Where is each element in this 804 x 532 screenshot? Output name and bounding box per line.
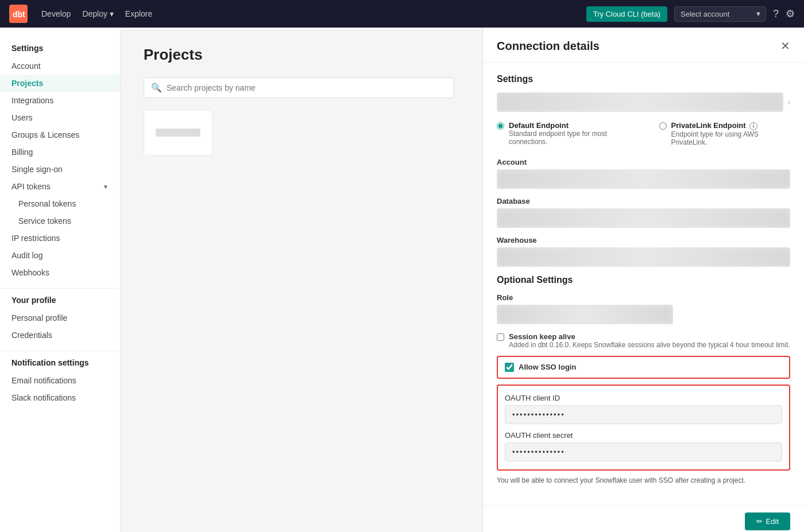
default-endpoint-desc: Standard endpoint type for most connecti… <box>509 130 641 146</box>
edit-icon: ✏ <box>756 517 763 526</box>
sidebar-item-webhooks[interactable]: Webhooks <box>0 264 120 281</box>
role-field-label: Role <box>497 293 790 302</box>
sidebar-item-integrations[interactable]: Integrations <box>0 92 120 109</box>
oauth-client-secret-input[interactable] <box>505 442 782 461</box>
project-card[interactable] <box>144 110 212 156</box>
account-field-wrapper: Account <box>497 158 790 189</box>
database-field-blur <box>497 208 790 228</box>
sidebar-item-ip-restrictions[interactable]: IP restrictions <box>0 230 120 247</box>
svg-text:dbt: dbt <box>13 10 25 19</box>
endpoint-row: Default Endpoint Standard endpoint type … <box>497 121 790 146</box>
sidebar: Settings Account Projects Integrations U… <box>0 28 121 532</box>
search-icon: 🔍 <box>151 83 162 93</box>
topnav-right: Try Cloud CLI (beta) Select account ▼ ? … <box>586 6 795 22</box>
warehouse-field-label: Warehouse <box>497 236 790 244</box>
sso-box: Allow SSO login <box>497 356 790 379</box>
sidebar-item-billing[interactable]: Billing <box>0 143 120 161</box>
session-keepalive-desc: Added in dbt 0.16.0. Keeps Snowflake ses… <box>509 341 790 349</box>
default-endpoint-label: Default Endpoint <box>509 121 641 130</box>
oauth-box: OAUTH client ID OAUTH client secret <box>497 385 790 471</box>
nav-deploy[interactable]: Deploy ▾ <box>82 9 113 18</box>
oauth-client-id-input[interactable] <box>505 405 782 424</box>
nav-develop[interactable]: Develop <box>41 9 71 18</box>
account-select[interactable]: Select account <box>674 6 766 22</box>
help-icon[interactable]: ? <box>773 8 779 20</box>
private-endpoint-desc: Endpoint type for using AWS PrivateLink. <box>671 130 790 146</box>
settings-section-title: Settings <box>0 44 120 57</box>
drawer-close-button[interactable]: ✕ <box>780 39 790 53</box>
sso-note: You will be able to connect your Snowfla… <box>497 476 790 484</box>
sidebar-divider-1 <box>0 288 120 289</box>
sidebar-item-email-notifications[interactable]: Email notifications <box>0 372 120 389</box>
role-field-wrapper: Role <box>497 293 790 324</box>
drawer-body: Settings › Default Endpoint Standard end… <box>483 63 804 505</box>
edit-button-label: Edit <box>766 517 779 526</box>
sidebar-item-groups[interactable]: Groups & Licenses <box>0 126 120 143</box>
sidebar-item-slack-notifications[interactable]: Slack notifications <box>0 389 120 406</box>
sidebar-item-users[interactable]: Users <box>0 109 120 126</box>
default-endpoint-radio[interactable] <box>497 122 504 130</box>
account-field-blur <box>497 169 790 189</box>
role-field-blur <box>497 305 673 324</box>
session-keepalive-label: Session keep alive <box>509 332 790 341</box>
private-endpoint-label: PrivateLink Endpoint i <box>671 121 790 130</box>
sidebar-divider-2 <box>0 351 120 351</box>
logo[interactable]: dbt <box>9 5 28 23</box>
allow-sso-label[interactable]: Allow SSO login <box>519 363 576 371</box>
oauth-client-id-label: OAUTH client ID <box>505 394 782 402</box>
try-cloud-button[interactable]: Try Cloud CLI (beta) <box>586 6 667 22</box>
nav-explore[interactable]: Explore <box>125 9 152 18</box>
sidebar-item-api-tokens[interactable]: API tokens ▼ <box>0 178 120 195</box>
session-keepalive-checkbox[interactable] <box>497 333 504 341</box>
allow-sso-row[interactable]: Allow SSO login <box>505 363 782 372</box>
sidebar-item-sso[interactable]: Single sign-on <box>0 161 120 178</box>
settings-topnav-icon[interactable]: ⚙ <box>786 7 795 20</box>
search-input[interactable] <box>167 83 446 92</box>
topnav: dbt Develop Deploy ▾ Explore Try Cloud C… <box>0 0 804 28</box>
session-keepalive-row: Session keep alive Added in dbt 0.16.0. … <box>497 332 790 349</box>
sidebar-item-account[interactable]: Account <box>0 57 120 75</box>
account-field-label: Account <box>497 158 790 166</box>
sidebar-item-credentials[interactable]: Credentials <box>0 327 120 344</box>
oauth-client-secret-label: OAUTH client secret <box>505 431 782 440</box>
project-name-blur <box>156 129 200 137</box>
notification-section-title: Notification settings <box>0 358 120 372</box>
warehouse-field-blur <box>497 247 790 267</box>
database-field-wrapper: Database <box>497 197 790 228</box>
allow-sso-checkbox[interactable] <box>505 363 514 372</box>
api-tokens-label: API tokens <box>11 182 51 191</box>
sidebar-item-personal-tokens[interactable]: Personal tokens <box>0 195 120 212</box>
drawer-settings-title: Settings <box>497 74 790 84</box>
optional-settings-title: Optional Settings <box>497 275 790 285</box>
sidebar-item-personal-profile[interactable]: Personal profile <box>0 309 120 327</box>
topnav-nav: Develop Deploy ▾ Explore <box>41 9 152 18</box>
private-endpoint-option[interactable]: PrivateLink Endpoint i Endpoint type for… <box>659 121 790 146</box>
warehouse-field-wrapper: Warehouse <box>497 236 790 267</box>
private-endpoint-radio[interactable] <box>659 122 667 130</box>
optional-settings-section: Optional Settings Role Session keep aliv… <box>497 275 790 484</box>
database-field-label: Database <box>497 197 790 205</box>
api-tokens-chevron: ▼ <box>103 184 109 190</box>
sidebar-item-projects[interactable]: Projects <box>0 75 120 92</box>
drawer-header: Connection details ✕ <box>483 28 804 63</box>
profile-section-title: Your profile <box>0 296 120 309</box>
connection-drawer: Connection details ✕ Settings › Default … <box>482 28 804 532</box>
search-bar-container: 🔍 <box>144 77 454 98</box>
sidebar-item-audit-log[interactable]: Audit log <box>0 247 120 264</box>
default-endpoint-option[interactable]: Default Endpoint Standard endpoint type … <box>497 121 641 146</box>
sidebar-item-service-tokens[interactable]: Service tokens <box>0 212 120 230</box>
drawer-footer: ✏ Edit <box>483 505 804 532</box>
drawer-title: Connection details <box>497 40 600 53</box>
private-endpoint-info-icon[interactable]: i <box>749 122 757 130</box>
edit-button[interactable]: ✏ Edit <box>745 512 790 530</box>
